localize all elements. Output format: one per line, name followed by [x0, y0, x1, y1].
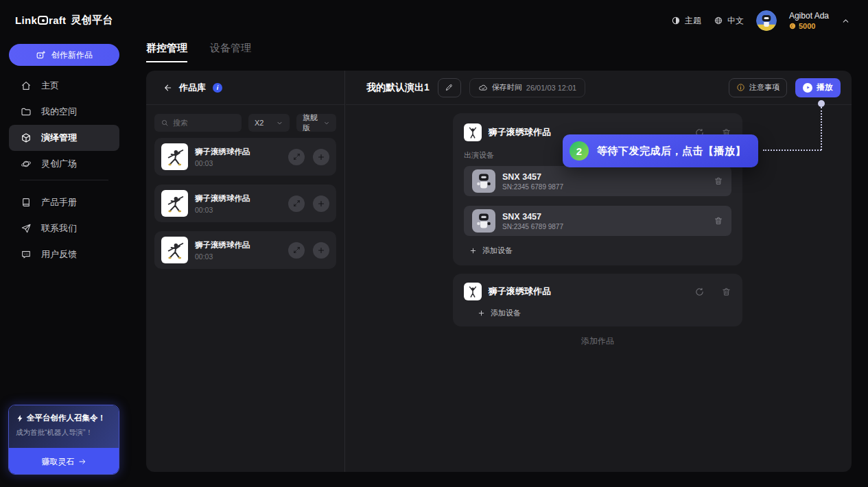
warning-circle-icon: [736, 83, 745, 92]
work-info: 狮子滚绣球作品 00:03: [195, 193, 281, 214]
version-filter-dropdown[interactable]: 旗舰版: [296, 114, 336, 132]
preview-expand-button[interactable]: [288, 149, 305, 165]
lightning-icon: [16, 414, 24, 423]
sidebar-item-feedback[interactable]: 用户反馈: [9, 241, 119, 268]
chevron-down-icon: [323, 119, 330, 127]
sidebar-item-plaza[interactable]: 灵创广场: [9, 151, 119, 177]
logo-text-pre: Link: [15, 14, 37, 26]
info-icon[interactable]: i: [213, 83, 222, 93]
performance-card-header: 狮子滚绣球作品: [464, 282, 731, 301]
collapse-header-button[interactable]: [841, 16, 850, 25]
language-label: 中文: [727, 15, 744, 27]
video-plus-icon: [36, 50, 46, 60]
coin-balance: 5000: [799, 22, 815, 30]
refresh-icon: [694, 287, 705, 297]
remove-device-button[interactable]: [714, 216, 723, 226]
user-name: Agibot Ada: [789, 12, 829, 21]
logo-c-icon: [38, 16, 48, 25]
coin-icon: [789, 23, 796, 29]
preview-expand-button[interactable]: [288, 242, 305, 259]
sidebar-item-label: 主页: [41, 80, 59, 92]
sidebar-item-product-manual[interactable]: 产品手册: [9, 189, 119, 215]
add-work-button[interactable]: 添加作品: [453, 335, 742, 347]
theme-toggle[interactable]: 主题: [671, 15, 701, 27]
library-item[interactable]: 狮子滚绣球作品 00:03: [154, 185, 336, 222]
work-duration: 00:03: [195, 252, 281, 261]
sidebar-item-label: 联系我们: [41, 222, 77, 235]
work-title: 狮子滚绣球作品: [489, 126, 551, 139]
device-row[interactable]: SNX 3457 SN:2345 6789 9877: [464, 166, 731, 196]
work-duration: 00:03: [195, 159, 281, 167]
tooltip-text: 等待下发完成后，点击【播放】: [597, 145, 746, 158]
play-button[interactable]: 播放: [795, 78, 841, 97]
work-title: 狮子滚绣球作品: [195, 147, 281, 157]
trash-icon: [714, 176, 723, 186]
tab-group-control[interactable]: 群控管理: [146, 42, 187, 62]
promo-subtitle: 成为首批“机器人导演”！: [16, 428, 112, 438]
library-item[interactable]: 狮子滚绣球作品 00:03: [154, 231, 336, 269]
promo-card: 全平台创作人召集令！ 成为首批“机器人导演”！ 赚取灵石: [8, 405, 119, 475]
cube-icon: [21, 132, 32, 143]
create-new-work-label: 创作新作品: [51, 49, 93, 61]
library-title: 作品库: [179, 82, 206, 94]
add-work-button[interactable]: [313, 149, 329, 165]
performance-card: 狮子滚绣球作品 添加设备: [453, 274, 742, 326]
work-info: 狮子滚绣球作品 00:03: [195, 240, 281, 261]
sidebar-item-performance-management[interactable]: 演绎管理: [9, 125, 119, 151]
sidebar-nav: 主页 我的空间 演绎管理 灵创广场 产品手册 联系我们: [9, 73, 119, 268]
add-device-button[interactable]: 添加设备: [464, 308, 731, 318]
sidebar-item-my-space[interactable]: 我的空间: [9, 99, 119, 125]
add-device-button[interactable]: 添加设备: [464, 246, 731, 256]
tooltip-connector-vertical: [821, 107, 822, 150]
library-header: 作品库 i: [146, 71, 344, 105]
library-panel: 作品库 i X2 旗舰版: [146, 71, 345, 472]
preview-expand-button[interactable]: [288, 195, 305, 212]
search-box[interactable]: [154, 114, 242, 132]
create-new-work-button[interactable]: 创作新作品: [9, 44, 119, 66]
device-sn: SN:2345 6789 9877: [502, 183, 563, 191]
notice-label: 注意事项: [749, 82, 779, 93]
planet-icon: [21, 158, 32, 169]
notice-button[interactable]: 注意事项: [729, 78, 787, 97]
refresh-button[interactable]: [694, 287, 705, 297]
step-badge: 2: [570, 141, 589, 161]
pencil-icon: [445, 83, 454, 92]
guide-tooltip: 2 等待下发完成后，点击【播放】: [563, 134, 758, 167]
sidebar-item-home[interactable]: 主页: [9, 73, 119, 99]
sidebar: Linkraft 灵创平台 创作新作品 主页 我的空间 演绎管理 灵创广场: [0, 0, 128, 487]
show-title: 我的默认演出1: [366, 82, 430, 94]
language-selector[interactable]: 中文: [714, 15, 744, 27]
add-work-button[interactable]: [313, 242, 329, 259]
earn-gems-button[interactable]: 赚取灵石: [9, 448, 119, 475]
robot-avatar-icon: [756, 10, 777, 31]
device-row[interactable]: SNX 3457 SN:2345 6789 9877: [464, 206, 731, 236]
theme-icon: [671, 16, 681, 25]
send-icon: [21, 223, 32, 234]
sidebar-item-contact-us[interactable]: 联系我们: [9, 215, 119, 241]
remove-device-button[interactable]: [714, 176, 723, 186]
save-time-chip: 保存时间 26/01/03 12:01: [469, 78, 585, 97]
trash-icon: [721, 287, 731, 297]
delete-card-button[interactable]: [721, 287, 731, 297]
play-icon: [803, 83, 812, 93]
stage-header: 我的默认演出1 保存时间 26/01/03 12:01 注意事项 播放: [346, 71, 852, 105]
add-work-button[interactable]: [313, 195, 329, 212]
search-input[interactable]: [173, 119, 228, 127]
expand-icon: [293, 246, 301, 254]
chevron-up-icon: [841, 16, 850, 25]
back-button[interactable]: [163, 83, 172, 93]
tab-device-management[interactable]: 设备管理: [210, 42, 251, 62]
library-item[interactable]: 狮子滚绣球作品 00:03: [154, 138, 336, 176]
plus-icon: [469, 247, 477, 254]
play-label: 播放: [817, 82, 833, 93]
chevron-down-icon: [276, 119, 283, 127]
speed-filter-dropdown[interactable]: X2: [248, 114, 290, 132]
sidebar-item-label: 演绎管理: [41, 132, 77, 144]
work-thumbnail: [464, 123, 482, 141]
user-avatar[interactable]: [756, 10, 777, 31]
robot-pose-icon: [465, 284, 480, 299]
speed-filter-value: X2: [255, 119, 263, 127]
promo-title: 全平台创作人召集令！: [27, 413, 106, 423]
library-list: 狮子滚绣球作品 00:03 狮子滚绣球作品 00:03: [154, 138, 336, 269]
edit-title-button[interactable]: [438, 78, 461, 97]
